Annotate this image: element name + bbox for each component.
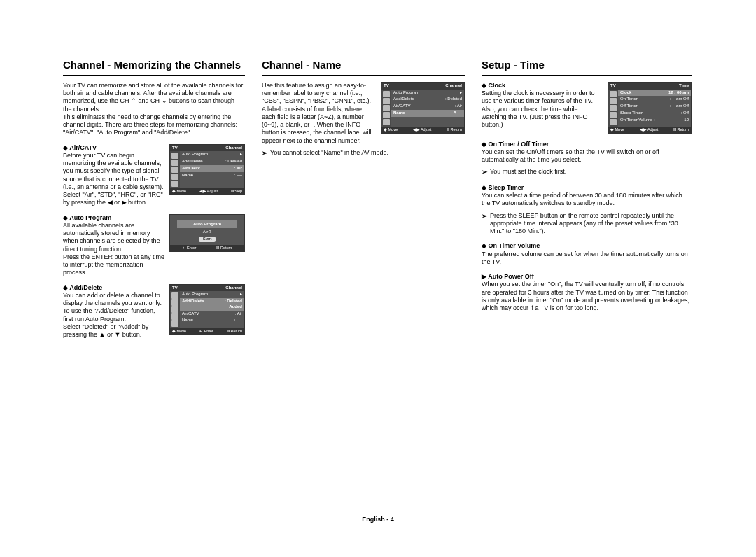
- column-name: Channel - Name Use this feature to assig…: [262, 59, 465, 339]
- title-autoprogram: Auto Program: [63, 214, 165, 222]
- intro-memorizing: Your TV can memorize and store all of th…: [63, 82, 245, 137]
- body-autoprogram: All available channels are automatically…: [63, 222, 165, 277]
- osd-autoprogram: Auto Program Air 7 Start ↵ EnterⅢ Return: [169, 214, 245, 253]
- column-memorizing: Channel - Memorizing the Channels Your T…: [63, 59, 245, 339]
- page-footer: English - 4: [0, 516, 756, 523]
- note-name: ➢ You cannot select "Name" in the AV mod…: [262, 149, 465, 158]
- item-aircatv: Air/CATV Before your TV can begin memori…: [63, 144, 245, 207]
- title-clock: Clock: [482, 82, 603, 90]
- body-onoff: You can set the On/Off timers so that th…: [482, 148, 692, 164]
- body-aircatv: Before your TV can begin memorizing the …: [63, 152, 165, 207]
- body-adddelete: You can add or delete a channel to displ…: [63, 292, 165, 339]
- title-auto: ▶ Auto Power Off: [482, 273, 692, 281]
- body-clock: Setting the clock is necessary in order …: [482, 90, 603, 129]
- body-vol: The preferred volume can be set for when…: [482, 251, 692, 267]
- item-adddelete: Add/Delete You can add or delete a chann…: [63, 284, 245, 339]
- title-adddelete: Add/Delete: [63, 284, 165, 292]
- body-sleep: You can select a time period of between …: [482, 192, 692, 208]
- osd-adddelete: TVChannel Auto Program▸ Add/Delete: Dele…: [169, 284, 245, 336]
- title-aircatv: Air/CATV: [63, 144, 165, 152]
- heading-time: Setup - Time: [482, 59, 692, 76]
- column-time: Setup - Time Clock Setting the clock is …: [482, 59, 692, 339]
- title-vol: On Timer Volume: [482, 242, 692, 250]
- note-sleep: Press the SLEEP button on the remote con…: [490, 212, 692, 236]
- title-onoff: On Timer / Off Timer: [482, 141, 692, 148]
- title-sleep: Sleep Timer: [482, 184, 692, 192]
- body-name: Use this feature to assign an easy-to-re…: [262, 82, 377, 145]
- body-auto: When you set the timer "On", the TV will…: [482, 281, 692, 312]
- note-icon: ➢: [262, 149, 267, 158]
- heading-name: Channel - Name: [262, 59, 465, 76]
- heading-memorizing: Channel - Memorizing the Channels: [63, 59, 245, 76]
- note-onoff: You must set the clock first.: [490, 168, 566, 177]
- osd-time: TVTime Clock12 : 00 am On Timer-- : -- a…: [608, 82, 692, 134]
- osd-name: TVChannel Auto Program▸ Add/Delete: Dele…: [381, 82, 465, 134]
- osd-channel-aircatv: TVChannel Auto Program▸ Add/Delete: Dele…: [169, 144, 245, 196]
- item-autoprogram: Auto Program All available channels are …: [63, 214, 245, 277]
